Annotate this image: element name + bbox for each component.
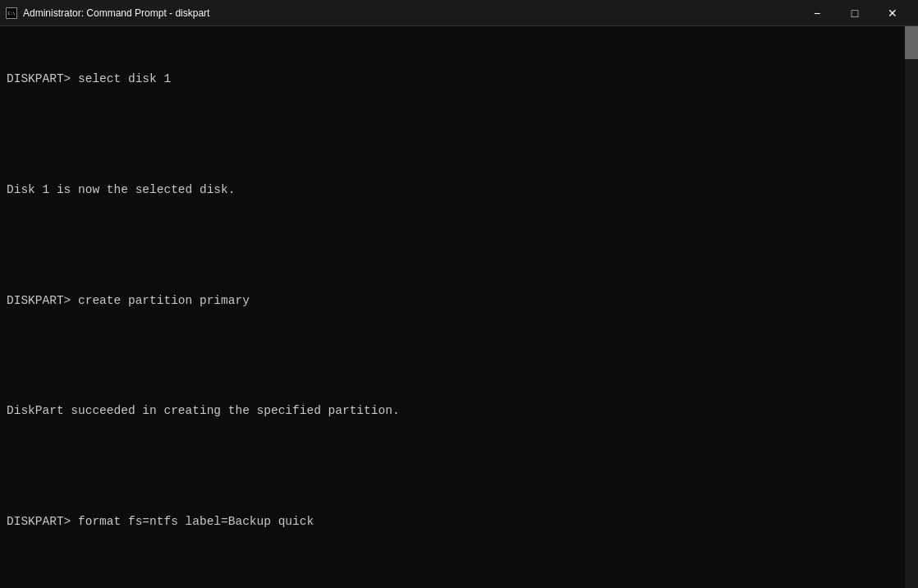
console-output: DISKPART> select disk 1 Disk 1 is now th… (7, 33, 915, 588)
console-body: DISKPART> select disk 1 Disk 1 is now th… (0, 26, 918, 588)
console-line-6 (7, 347, 915, 365)
console-line-9: DISKPART> format fs=ntfs label=Backup qu… (7, 512, 915, 531)
console-line-2 (7, 125, 915, 143)
title-bar: Administrator: Command Prompt - diskpart… (0, 0, 918, 26)
title-bar-controls: − □ ✕ (798, 0, 911, 26)
console-line-5: DISKPART> create partition primary (7, 292, 915, 310)
console-line-4 (7, 236, 915, 254)
title-bar-left: Administrator: Command Prompt - diskpart (5, 7, 209, 20)
maximize-button[interactable]: □ (836, 0, 874, 26)
minimize-button[interactable]: − (798, 0, 836, 26)
window-title: Administrator: Command Prompt - diskpart (23, 7, 209, 19)
console-line-8 (7, 457, 915, 475)
console-line-3: Disk 1 is now the selected disk. (7, 181, 915, 199)
scrollbar-thumb[interactable] (905, 26, 918, 59)
console-line-10 (7, 568, 915, 586)
cmd-icon (5, 7, 18, 20)
window: Administrator: Command Prompt - diskpart… (0, 0, 918, 588)
close-button[interactable]: ✕ (874, 0, 911, 26)
scrollbar[interactable] (905, 26, 918, 588)
console-line-1: DISKPART> select disk 1 (7, 70, 915, 88)
console-line-7: DiskPart succeeded in creating the speci… (7, 402, 915, 420)
